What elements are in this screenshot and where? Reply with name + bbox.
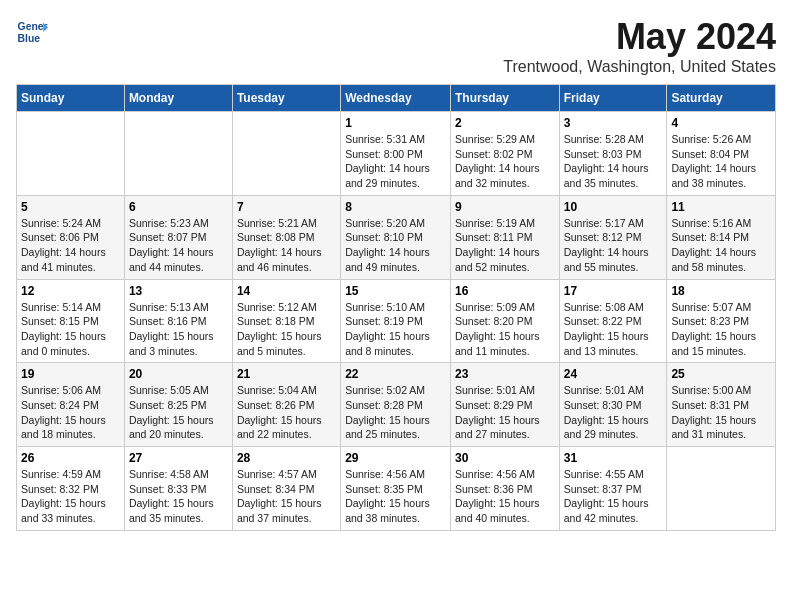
calendar-cell: 14Sunrise: 5:12 AM Sunset: 8:18 PM Dayli… (232, 279, 340, 363)
day-info: Sunrise: 4:59 AM Sunset: 8:32 PM Dayligh… (21, 467, 120, 526)
calendar-week-row: 5Sunrise: 5:24 AM Sunset: 8:06 PM Daylig… (17, 195, 776, 279)
calendar-cell (667, 447, 776, 531)
weekday-header: Thursday (450, 85, 559, 112)
calendar-cell: 12Sunrise: 5:14 AM Sunset: 8:15 PM Dayli… (17, 279, 125, 363)
calendar-cell (232, 112, 340, 196)
day-info: Sunrise: 5:04 AM Sunset: 8:26 PM Dayligh… (237, 383, 336, 442)
calendar-body: 1Sunrise: 5:31 AM Sunset: 8:00 PM Daylig… (17, 112, 776, 531)
calendar-cell: 22Sunrise: 5:02 AM Sunset: 8:28 PM Dayli… (341, 363, 451, 447)
day-info: Sunrise: 5:14 AM Sunset: 8:15 PM Dayligh… (21, 300, 120, 359)
weekday-header: Wednesday (341, 85, 451, 112)
day-number: 15 (345, 284, 446, 298)
calendar-week-row: 26Sunrise: 4:59 AM Sunset: 8:32 PM Dayli… (17, 447, 776, 531)
calendar-cell: 4Sunrise: 5:26 AM Sunset: 8:04 PM Daylig… (667, 112, 776, 196)
calendar-cell: 17Sunrise: 5:08 AM Sunset: 8:22 PM Dayli… (559, 279, 667, 363)
day-info: Sunrise: 5:07 AM Sunset: 8:23 PM Dayligh… (671, 300, 771, 359)
day-number: 9 (455, 200, 555, 214)
page-header: General Blue May 2024 Trentwood, Washing… (16, 16, 776, 76)
calendar-cell: 13Sunrise: 5:13 AM Sunset: 8:16 PM Dayli… (124, 279, 232, 363)
calendar-week-row: 1Sunrise: 5:31 AM Sunset: 8:00 PM Daylig… (17, 112, 776, 196)
calendar-cell: 7Sunrise: 5:21 AM Sunset: 8:08 PM Daylig… (232, 195, 340, 279)
day-info: Sunrise: 4:58 AM Sunset: 8:33 PM Dayligh… (129, 467, 228, 526)
day-info: Sunrise: 5:29 AM Sunset: 8:02 PM Dayligh… (455, 132, 555, 191)
day-number: 29 (345, 451, 446, 465)
weekday-header: Sunday (17, 85, 125, 112)
day-info: Sunrise: 4:56 AM Sunset: 8:35 PM Dayligh… (345, 467, 446, 526)
calendar-cell: 25Sunrise: 5:00 AM Sunset: 8:31 PM Dayli… (667, 363, 776, 447)
calendar-cell: 30Sunrise: 4:56 AM Sunset: 8:36 PM Dayli… (450, 447, 559, 531)
day-number: 23 (455, 367, 555, 381)
day-info: Sunrise: 4:55 AM Sunset: 8:37 PM Dayligh… (564, 467, 663, 526)
calendar-cell: 9Sunrise: 5:19 AM Sunset: 8:11 PM Daylig… (450, 195, 559, 279)
day-number: 27 (129, 451, 228, 465)
day-number: 11 (671, 200, 771, 214)
calendar-cell: 2Sunrise: 5:29 AM Sunset: 8:02 PM Daylig… (450, 112, 559, 196)
day-info: Sunrise: 5:19 AM Sunset: 8:11 PM Dayligh… (455, 216, 555, 275)
day-info: Sunrise: 5:01 AM Sunset: 8:30 PM Dayligh… (564, 383, 663, 442)
day-number: 20 (129, 367, 228, 381)
day-info: Sunrise: 5:12 AM Sunset: 8:18 PM Dayligh… (237, 300, 336, 359)
day-number: 12 (21, 284, 120, 298)
calendar-cell: 29Sunrise: 4:56 AM Sunset: 8:35 PM Dayli… (341, 447, 451, 531)
day-info: Sunrise: 5:09 AM Sunset: 8:20 PM Dayligh… (455, 300, 555, 359)
day-number: 4 (671, 116, 771, 130)
day-number: 18 (671, 284, 771, 298)
day-number: 19 (21, 367, 120, 381)
calendar-cell: 15Sunrise: 5:10 AM Sunset: 8:19 PM Dayli… (341, 279, 451, 363)
day-number: 17 (564, 284, 663, 298)
day-info: Sunrise: 5:26 AM Sunset: 8:04 PM Dayligh… (671, 132, 771, 191)
day-info: Sunrise: 5:23 AM Sunset: 8:07 PM Dayligh… (129, 216, 228, 275)
month-title: May 2024 (503, 16, 776, 58)
day-number: 5 (21, 200, 120, 214)
calendar-cell: 27Sunrise: 4:58 AM Sunset: 8:33 PM Dayli… (124, 447, 232, 531)
logo: General Blue (16, 16, 48, 48)
day-number: 14 (237, 284, 336, 298)
weekday-header-row: SundayMondayTuesdayWednesdayThursdayFrid… (17, 85, 776, 112)
weekday-header: Saturday (667, 85, 776, 112)
calendar-cell: 20Sunrise: 5:05 AM Sunset: 8:25 PM Dayli… (124, 363, 232, 447)
day-number: 2 (455, 116, 555, 130)
day-info: Sunrise: 5:05 AM Sunset: 8:25 PM Dayligh… (129, 383, 228, 442)
day-info: Sunrise: 5:10 AM Sunset: 8:19 PM Dayligh… (345, 300, 446, 359)
day-number: 1 (345, 116, 446, 130)
calendar-cell: 19Sunrise: 5:06 AM Sunset: 8:24 PM Dayli… (17, 363, 125, 447)
day-info: Sunrise: 5:06 AM Sunset: 8:24 PM Dayligh… (21, 383, 120, 442)
day-number: 26 (21, 451, 120, 465)
calendar-cell: 3Sunrise: 5:28 AM Sunset: 8:03 PM Daylig… (559, 112, 667, 196)
calendar-cell: 26Sunrise: 4:59 AM Sunset: 8:32 PM Dayli… (17, 447, 125, 531)
day-info: Sunrise: 5:24 AM Sunset: 8:06 PM Dayligh… (21, 216, 120, 275)
svg-text:Blue: Blue (18, 33, 41, 44)
calendar-cell: 11Sunrise: 5:16 AM Sunset: 8:14 PM Dayli… (667, 195, 776, 279)
calendar-cell: 5Sunrise: 5:24 AM Sunset: 8:06 PM Daylig… (17, 195, 125, 279)
day-info: Sunrise: 4:57 AM Sunset: 8:34 PM Dayligh… (237, 467, 336, 526)
logo-icon: General Blue (16, 16, 48, 48)
title-area: May 2024 Trentwood, Washington, United S… (503, 16, 776, 76)
day-info: Sunrise: 5:21 AM Sunset: 8:08 PM Dayligh… (237, 216, 336, 275)
day-info: Sunrise: 5:13 AM Sunset: 8:16 PM Dayligh… (129, 300, 228, 359)
calendar-week-row: 12Sunrise: 5:14 AM Sunset: 8:15 PM Dayli… (17, 279, 776, 363)
weekday-header: Tuesday (232, 85, 340, 112)
calendar-header: SundayMondayTuesdayWednesdayThursdayFrid… (17, 85, 776, 112)
calendar-cell: 6Sunrise: 5:23 AM Sunset: 8:07 PM Daylig… (124, 195, 232, 279)
day-number: 30 (455, 451, 555, 465)
day-number: 22 (345, 367, 446, 381)
location-title: Trentwood, Washington, United States (503, 58, 776, 76)
calendar-cell: 24Sunrise: 5:01 AM Sunset: 8:30 PM Dayli… (559, 363, 667, 447)
day-info: Sunrise: 5:08 AM Sunset: 8:22 PM Dayligh… (564, 300, 663, 359)
calendar-cell (17, 112, 125, 196)
day-number: 3 (564, 116, 663, 130)
calendar-cell: 31Sunrise: 4:55 AM Sunset: 8:37 PM Dayli… (559, 447, 667, 531)
day-number: 8 (345, 200, 446, 214)
day-number: 16 (455, 284, 555, 298)
day-number: 24 (564, 367, 663, 381)
calendar-cell: 1Sunrise: 5:31 AM Sunset: 8:00 PM Daylig… (341, 112, 451, 196)
calendar-cell: 8Sunrise: 5:20 AM Sunset: 8:10 PM Daylig… (341, 195, 451, 279)
day-info: Sunrise: 5:02 AM Sunset: 8:28 PM Dayligh… (345, 383, 446, 442)
day-number: 25 (671, 367, 771, 381)
calendar-table: SundayMondayTuesdayWednesdayThursdayFrid… (16, 84, 776, 531)
calendar-cell: 21Sunrise: 5:04 AM Sunset: 8:26 PM Dayli… (232, 363, 340, 447)
calendar-week-row: 19Sunrise: 5:06 AM Sunset: 8:24 PM Dayli… (17, 363, 776, 447)
day-number: 10 (564, 200, 663, 214)
day-info: Sunrise: 5:01 AM Sunset: 8:29 PM Dayligh… (455, 383, 555, 442)
day-number: 28 (237, 451, 336, 465)
